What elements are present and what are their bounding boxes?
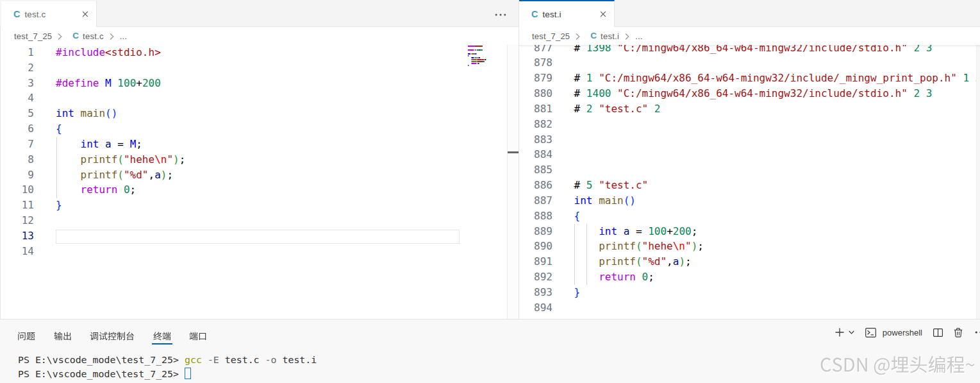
token: 0: [642, 271, 649, 283]
token: int: [81, 138, 99, 150]
token: [593, 72, 599, 84]
code-line[interactable]: 12: [0, 213, 519, 228]
csdn-watermark: CSDN @埋头编程~: [820, 355, 976, 377]
scroll-shadow: [519, 45, 980, 47]
token: "hehe: [642, 240, 673, 252]
code-line[interactable]: 884: [519, 147, 980, 162]
close-icon[interactable]: [80, 9, 90, 19]
breadcrumb-folder[interactable]: test_7_25: [14, 31, 52, 41]
code-line[interactable]: 4: [0, 90, 519, 106]
breadcrumb-symbol-more[interactable]: ...: [635, 31, 643, 41]
token: [219, 354, 225, 366]
code-text: }: [574, 285, 581, 300]
code-line[interactable]: 9 printf("%d",a);: [0, 167, 519, 183]
token: #: [574, 103, 586, 115]
code-line[interactable]: 880# 1400 "C:/mingw64/x86_64-w64-mingw32…: [519, 86, 980, 101]
panel-tab-label-glyphs: [90, 332, 135, 341]
minimap[interactable]: [468, 46, 508, 74]
token: "%d": [124, 169, 149, 181]
code-line[interactable]: 886# 5 "test.c": [519, 178, 980, 193]
code-text: int a = 100+200;: [574, 224, 698, 239]
code-line[interactable]: 881# 2 "test.c" 2: [519, 101, 980, 117]
code-line[interactable]: 883: [519, 132, 980, 148]
code-line[interactable]: 879# 1 "C:/mingw64/x86_64-w64-mingw32/in…: [519, 71, 980, 86]
breadcrumb-symbol-more[interactable]: ...: [120, 31, 128, 41]
code-line[interactable]: 878: [519, 55, 980, 71]
code-line[interactable]: 885: [519, 162, 980, 178]
code-line[interactable]: 893}: [519, 285, 980, 300]
tab-test-i[interactable]: C test.i: [519, 0, 615, 27]
token: [636, 271, 642, 283]
breadcrumb-file[interactable]: test.c: [83, 31, 104, 41]
tab-test-c[interactable]: C test.c: [1, 0, 97, 27]
code-line[interactable]: 5int main(): [0, 106, 519, 121]
terminal-profile-dropdown-icon[interactable]: [849, 330, 854, 334]
code-area[interactable]: 877# 1398 "C:/mingw64/x86_64-w64-mingw32…: [519, 45, 980, 316]
token: PS E:\vscode_mode\test_7_25>: [18, 368, 179, 380]
panel-more-actions-icon[interactable]: [975, 330, 980, 334]
token: #include: [56, 46, 105, 58]
code-line[interactable]: 890 printf("hehe\n");: [519, 239, 980, 254]
code-line[interactable]: 7 int a = M;: [0, 137, 519, 152]
token: 100: [117, 77, 136, 89]
code-line[interactable]: 892 return 0;: [519, 269, 980, 285]
token: ;: [685, 255, 692, 268]
token: a: [154, 169, 161, 181]
code-line[interactable]: 2: [0, 60, 519, 76]
editor-right[interactable]: 877# 1398 "C:/mingw64/x86_64-w64-mingw32…: [519, 45, 980, 319]
panel-tab-debug-console[interactable]: 调试控制台: [90, 319, 135, 345]
code-area[interactable]: 1#include<stdio.h>23#define M 100+20045i…: [0, 45, 519, 259]
token: [611, 87, 617, 99]
breadcrumb-file[interactable]: test.i: [601, 31, 619, 41]
terminal-instance[interactable]: powershell: [865, 328, 922, 337]
code-line[interactable]: 3#define M 100+200: [0, 76, 519, 91]
code-line[interactable]: 8 printf("hehe\n");: [0, 152, 519, 167]
panel-tab-problems[interactable]: 问题: [17, 319, 35, 345]
panel-tab-ports[interactable]: 端口: [189, 319, 207, 345]
split-terminal-icon[interactable]: [933, 328, 943, 337]
code-line[interactable]: 1#include<stdio.h>: [0, 45, 519, 60]
line-number: 1: [0, 45, 34, 60]
token: 1400: [586, 87, 611, 99]
code-line[interactable]: 14: [0, 244, 519, 259]
new-terminal-icon[interactable]: [835, 328, 844, 337]
editor-left[interactable]: 1#include<stdio.h>23#define M 100+20045i…: [0, 45, 519, 319]
code-line[interactable]: 6{: [0, 121, 519, 137]
line-number: 882: [519, 117, 552, 132]
panel-tab-output[interactable]: 输出: [54, 319, 72, 345]
code-line[interactable]: 887int main(): [519, 193, 980, 209]
code-line[interactable]: 13: [0, 228, 519, 244]
close-icon[interactable]: [598, 9, 608, 19]
kill-terminal-icon[interactable]: [954, 328, 963, 337]
code-line[interactable]: 889 int a = 100+200;: [519, 224, 980, 239]
more-actions-icon[interactable]: [495, 13, 506, 17]
code-text: int main(): [574, 193, 636, 209]
code-line[interactable]: 888{: [519, 209, 980, 224]
code-line[interactable]: 10 return 0;: [0, 182, 519, 198]
panel-tab-terminal[interactable]: 终端: [153, 319, 171, 345]
line-number: 886: [519, 178, 552, 193]
line-number: 884: [519, 147, 552, 162]
chevron-right-icon: [576, 33, 580, 40]
line-number: 893: [519, 285, 552, 300]
token: printf: [599, 240, 636, 252]
editor-group-right: C test.i test_7_25 C test.i ... 877# 139…: [519, 0, 980, 319]
token: [99, 77, 105, 89]
token: =: [636, 225, 642, 237]
breadcrumb-folder[interactable]: test_7_25: [532, 31, 570, 41]
code-line[interactable]: 891 printf("%d",a);: [519, 254, 980, 269]
token: return: [599, 271, 636, 283]
code-text: int a = M;: [56, 137, 142, 152]
code-line[interactable]: 894: [519, 300, 980, 316]
line-number: 5: [0, 106, 34, 121]
vertical-scrollbar[interactable]: [507, 45, 519, 319]
token: #: [574, 72, 586, 84]
code-line[interactable]: 882: [519, 117, 980, 132]
code-line[interactable]: 11}: [0, 198, 519, 213]
code-text: #include<stdio.h>: [56, 45, 161, 60]
vertical-scrollbar[interactable]: [976, 45, 980, 319]
token: [593, 103, 599, 115]
line-number: 8: [0, 152, 34, 167]
line-number: 887: [519, 193, 552, 209]
panel-tab-label-glyphs: [17, 332, 35, 341]
